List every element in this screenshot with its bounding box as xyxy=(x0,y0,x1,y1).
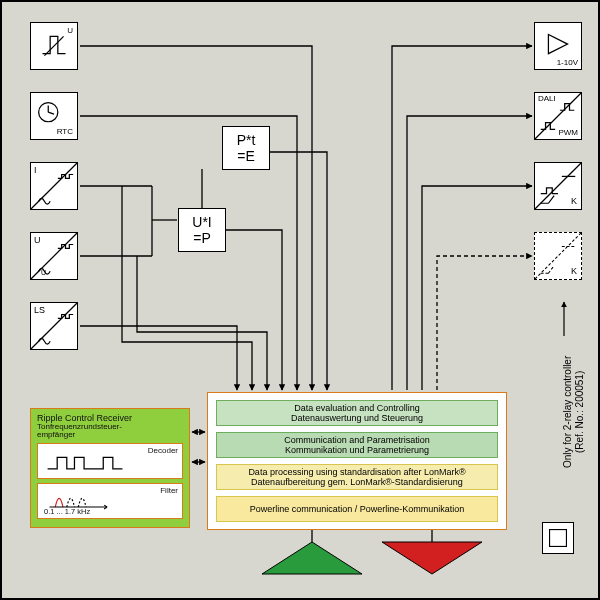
voltage-sub: U xyxy=(41,269,46,276)
stack-data-eval-de: Datenauswertung und Steuerung xyxy=(291,413,423,423)
varistor-block: U xyxy=(30,22,78,70)
stack-powerline-text: Powerline communication / Powerline-Komm… xyxy=(250,504,465,514)
stack-comm-param: Communication and Parametrisation Kommun… xyxy=(216,432,498,458)
dali-label: DALI xyxy=(538,95,556,103)
stack-lonmark-en: Data processing using standardisation af… xyxy=(248,467,465,477)
stack-comm-param-de: Kommunikation und Parametrierung xyxy=(285,445,429,455)
controller-stack: Data evaluation and Controlling Datenaus… xyxy=(207,392,507,530)
relay-k1-label: K xyxy=(571,197,577,206)
ls-label: LS xyxy=(34,306,45,315)
stack-lonmark: Data processing using standardisation af… xyxy=(216,464,498,490)
calc-pt-e: P*t =E xyxy=(222,126,270,170)
svg-rect-3 xyxy=(550,530,567,547)
calc-ui-p: U*I =P xyxy=(178,208,226,252)
footnote-2relay: Only for 2-relay controller (Ref. No.: 2… xyxy=(562,312,578,512)
dali-pwm-block: DALI PWM xyxy=(534,92,582,140)
ripple-subtitle: Tonfrequenzrundsteuer- empfänger xyxy=(37,423,183,440)
relay-k2-block: K xyxy=(534,232,582,280)
amp-block: 1-10V xyxy=(534,22,582,70)
ripple-filter-box: Filter 0.1 ... 1.7 kHz xyxy=(37,483,183,519)
aux-square xyxy=(542,522,574,554)
relay-k1-block: K xyxy=(534,162,582,210)
stack-data-eval-en: Data evaluation and Controlling xyxy=(294,403,420,413)
relay-k2-label: K xyxy=(571,267,577,276)
current-transducer-block: I xyxy=(30,162,78,210)
rtc-block: RTC xyxy=(30,92,78,140)
ls-transducer-block: LS xyxy=(30,302,78,350)
ripple-decoder-box: Decoder xyxy=(37,443,183,479)
stack-comm-param-en: Communication and Parametrisation xyxy=(284,435,430,445)
varistor-caption: U xyxy=(67,27,73,35)
stack-data-eval: Data evaluation and Controlling Datenaus… xyxy=(216,400,498,426)
voltage-u: U xyxy=(34,236,41,245)
ripple-control-receiver: Ripple Control Receiver Tonfrequenzrunds… xyxy=(30,408,190,528)
pwm-label: PWM xyxy=(558,129,578,137)
stack-powerline: Powerline communication / Powerline-Komm… xyxy=(216,496,498,522)
stack-lonmark-de: Datenaufbereitung gem. LonMark®-Standard… xyxy=(251,477,463,487)
voltage-transducer-block: U U xyxy=(30,232,78,280)
amp-caption: 1-10V xyxy=(557,58,578,67)
current-i: I xyxy=(34,166,37,175)
rtc-caption: RTC xyxy=(57,127,73,136)
